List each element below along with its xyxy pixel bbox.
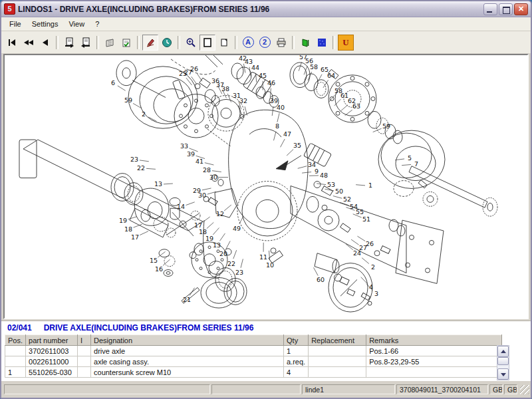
app-icon: 5 [4,3,15,15]
underline-u-button[interactable]: U [338,35,354,51]
scroll-up-button[interactable] [497,346,509,357]
minimize-icon [487,11,492,13]
part-label-47: 47 [283,130,291,138]
part-label-5: 5 [408,154,412,162]
part-label-13: 13 [154,181,162,188]
toolbar-separator [235,36,237,49]
parts-table: Pos.part numberIDesignationQtyReplacemen… [5,334,502,378]
title-bar[interactable]: 5 LINDOS1 - DRIVE AXLE(INCLUDING BRAKES)… [1,1,531,17]
resize-grip[interactable] [520,385,529,394]
part-label-60: 60 [317,276,325,283]
column-header[interactable]: Remarks [366,335,502,346]
status-panel-5: GB [504,384,517,394]
part-label-3: 3 [374,290,378,297]
leader-lines [118,63,411,296]
nav-prev-button[interactable] [37,35,53,51]
maximize-button[interactable] [499,3,513,15]
page-arrow-back-icon [80,37,91,48]
scroll-down-button[interactable] [497,368,509,380]
circle-2-icon: 2 [259,37,271,48]
part-label-30: 30 [209,174,217,181]
zoom-button[interactable] [183,35,199,51]
part-label-12: 12 [216,210,224,217]
part-label-22: 22 [137,164,145,172]
table-row[interactable]: 3702611003drive axle1Pos.1-66 [5,346,502,356]
part-label-45: 45 [259,72,267,79]
table-scrollbar[interactable] [497,345,509,380]
page-forward-button[interactable] [61,35,77,51]
part-label-22: 22 [227,260,235,267]
qty-cell: a.req. [284,356,309,367]
part-label-15: 15 [150,257,158,264]
circle-a-button[interactable]: A [240,35,256,51]
menu-item-settings[interactable]: Settings [27,19,64,29]
qty-cell: 4 [284,367,309,378]
column-header[interactable]: Qty [284,335,309,346]
history-clock-button[interactable] [159,35,175,51]
part-label-2: 2 [142,110,146,118]
form-check-button[interactable] [118,35,134,51]
replacement-cell [309,346,366,356]
diagram-shapes [19,55,497,312]
parts-panel: 02/041 DRIVE AXLE(INCLUDING BRAKES)FROM … [1,321,531,381]
pixel-grid-button[interactable] [314,35,330,51]
column-header[interactable]: part number [26,335,78,346]
magnifier-plus-icon [186,37,196,48]
part-label-30: 30 [198,192,206,199]
pos-cell: 1 [5,367,26,378]
pos-cell [5,356,26,367]
part-label-51: 51 [362,215,370,223]
circle-a-icon: A [243,37,254,48]
page-view-large-button[interactable] [200,35,215,51]
page-view-small-button[interactable] [216,35,232,51]
clock-icon [162,37,172,48]
table-header-row: Pos.part numberIDesignationQtyReplacemen… [5,335,502,346]
exit-document-button[interactable] [297,35,313,51]
part-label-19: 19 [119,217,127,224]
nav-first-button[interactable] [4,35,20,51]
part-label-40: 40 [277,104,285,111]
column-header[interactable]: Designation [91,335,284,346]
section-code: 02/041 [7,323,32,332]
replacement-cell [309,367,366,378]
prev-icon [40,37,51,48]
part-label-8: 8 [275,122,279,130]
info-cell [78,346,91,356]
order-form-button[interactable] [102,35,118,51]
part-label-44: 44 [251,64,259,71]
print-button[interactable] [273,35,289,51]
part-label-50: 50 [335,188,343,195]
column-header[interactable]: Replacement [309,335,366,346]
exit-document-icon [300,37,311,48]
minimize-button[interactable] [483,3,497,15]
edit-pencil-button[interactable] [142,35,158,51]
part-label-55: 55 [356,208,364,215]
part-label-2: 2 [371,263,375,271]
part-label-59: 59 [382,122,390,130]
menu-item-[interactable]: ? [90,19,104,29]
close-button[interactable]: ✕ [514,3,528,15]
part-label-33: 33 [180,142,188,150]
designation-cell: axle casing assy. [91,356,284,367]
page-back-button[interactable] [78,35,94,51]
circle-2-button[interactable]: 2 [257,35,273,51]
app-window: 5 LINDOS1 - DRIVE AXLE(INCLUDING BRAKES)… [0,0,532,399]
column-header[interactable]: I [78,335,91,346]
part-label-13: 13 [213,241,221,249]
page-small-icon [219,37,229,48]
column-header[interactable]: Pos. [5,335,26,346]
part-label-49: 49 [233,225,241,232]
table-row[interactable]: 0022611000axle casing assy.a.req.Pos.8-2… [5,356,502,367]
part-number-cell: 0022611000 [26,356,78,367]
scrollbar-thumb[interactable] [497,357,509,365]
menu-item-view[interactable]: View [63,19,90,29]
part-label-10: 10 [266,261,274,269]
toolbar-separator [137,36,140,49]
part-label-23: 23 [235,269,243,277]
part-label-48: 48 [320,172,328,179]
table-row[interactable]: 15510265-030countersunk screw M104 [5,367,502,378]
nav-rewind-button[interactable] [21,35,37,51]
part-label-9: 9 [315,168,319,175]
section-title: DRIVE AXLE(INCLUDING BRAKES)FROM SERIES … [44,323,254,332]
menu-item-file[interactable]: File [4,19,27,29]
